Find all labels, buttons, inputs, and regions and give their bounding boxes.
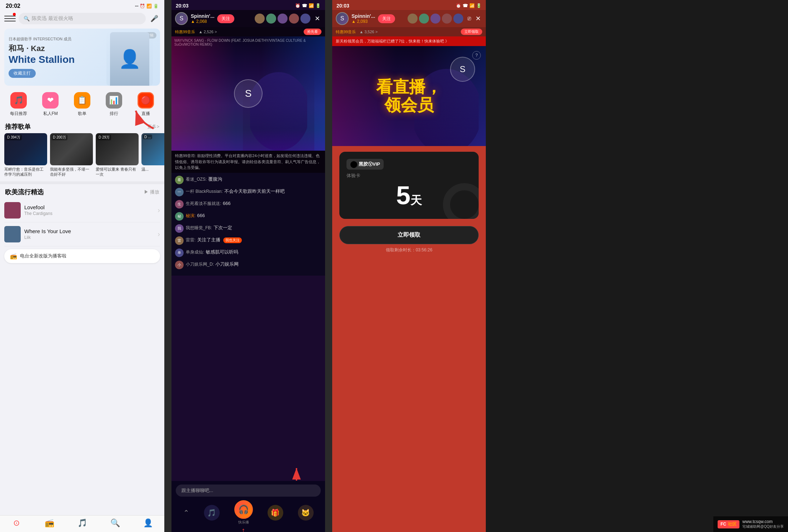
p3-follow-button[interactable]: 关注 [378, 14, 395, 23]
p3-cast-icon[interactable]: ⎚ [468, 15, 471, 22]
live-ctrl-arrow: ⌃ [183, 508, 189, 517]
battery-icon-3: 🔋 [476, 3, 482, 8]
vinyl-icon: ⬤ [350, 160, 357, 168]
chat-username-4: 我想睡觉_FB: [186, 225, 212, 230]
banner[interactable]: 日本超级歌手 INTERSECTION 成员 和马 · Kaz White St… [4, 29, 160, 86]
chat-text-4: 下次一定 [214, 225, 232, 230]
vip-days-number: 5 [396, 181, 410, 210]
top-gifts [255, 14, 310, 24]
qa-daily-recommend[interactable]: 🎵 每日推荐 [3, 92, 35, 117]
chat-text-3: 666 [197, 213, 205, 218]
vip-card-section: ⬤ 黑胶ⓋVIP 体验卡 5天 立即领取 领取剩余时长：03:56:26 [332, 146, 486, 259]
banner-btn[interactable]: 收藏主打 [9, 69, 36, 78]
signal-icon: ··· ⏰ [135, 4, 145, 9]
chat-avatar-4: 我 [175, 224, 184, 233]
chat-text-1: 不会今天歌跟昨天前天一样吧 [224, 189, 285, 194]
play-count-3: D ... [143, 135, 152, 139]
playlist-card-3[interactable]: D ... 温... [141, 133, 164, 177]
bn-music[interactable]: 🎵 [66, 518, 99, 528]
watermark-icon: 社区 [728, 522, 737, 527]
qa-playlist[interactable]: 📋 歌单 [66, 92, 98, 117]
close-button-3[interactable]: ✕ [474, 13, 482, 24]
red-arrow-2 [286, 463, 307, 486]
watermark-site: www.tcsqw.com 宅城辅助网@QQ好友分享 [742, 519, 784, 529]
menu-button[interactable] [4, 13, 16, 24]
song-item-0[interactable]: Lovefool The Cardigans › [4, 199, 160, 222]
song-info-1: Where Is Your Love Liik [24, 228, 154, 240]
qa-ranking-icon: 📊 [106, 92, 122, 109]
p3-info-bar: 特惠99音乐 ▲ 3,526 > 立即领取 [332, 27, 486, 36]
status-time-1: 20:02 [6, 3, 20, 9]
live-play-btn[interactable]: 抢先看 [304, 29, 321, 35]
chat-content-0: 看迷_OZS: 覆腹沟 [186, 176, 222, 182]
notif-text-2: 特惠99音符: 鼓励理性消费。平台对直播内容24小时巡查，如发现任何违法违规、色… [175, 154, 320, 170]
chat-input[interactable]: 跟主播聊聊吧... [176, 485, 321, 497]
song-title-0: Lovefool [24, 204, 154, 210]
chat-content-1: 一杆 BlackRussian: 不会今天歌跟昨天前天一样吧 [186, 188, 285, 195]
playlist-card-2[interactable]: D 29万 爱情可以重来 青春只有一次 [96, 133, 139, 177]
chat-content-2: 生死看淡不服就送: 666 [186, 200, 231, 207]
help-button[interactable]: ? [472, 51, 481, 60]
p3-continue-btn[interactable]: 立即领取 [461, 29, 482, 35]
play-count-0: D 394万 [6, 135, 22, 140]
follow-button[interactable]: 关注 [217, 14, 234, 23]
live-ctrl-gift[interactable]: 🎁 [268, 505, 283, 521]
wifi-icon: 📶 [146, 4, 152, 9]
countdown-text: 领取剩余时长：03:56:26 [339, 247, 479, 253]
status-icons-1: ··· ⏰ 📶 🔋 [135, 4, 159, 9]
streamer-name: Spinnin'... [191, 13, 214, 19]
bn-home[interactable]: ⊙ [0, 518, 33, 528]
bottom-nav-1: ⊙ 📻 🎵 🔍 👤 [0, 515, 164, 532]
chat-username-7: 小刀娱乐网_D: [186, 262, 214, 267]
chat-area: 看 看迷_OZS: 覆腹沟 一 一杆 BlackRussian: 不会今天歌跟昨… [171, 173, 325, 276]
bn-search[interactable]: 🔍 [99, 518, 131, 528]
p3-top-gifts [408, 14, 463, 24]
bn-profile[interactable]: 👤 [131, 518, 164, 528]
mic-button[interactable]: 🎤 [149, 13, 160, 24]
playlist-card-1[interactable]: D 200万 我能有多坚强，不堪一击好不好 [50, 133, 93, 177]
status-bar-1: 20:02 ··· ⏰ 📶 🔋 [0, 0, 164, 11]
playlist-card-0[interactable]: D 394万 耳畔疗愈：音乐是你工作学习的减压剂 [4, 133, 47, 177]
playlist-name-1: 我能有多坚强，不堪一击好不好 [50, 167, 93, 177]
bottom-toast[interactable]: 📻 电台全新改版为播客啦 [4, 249, 160, 263]
song-info-0: Lovefool The Cardigans [24, 204, 154, 216]
live-main-label: 快乐播 [238, 520, 249, 525]
live-ctrl-cat[interactable]: 🐱 [298, 505, 314, 521]
notification-badge [13, 13, 16, 16]
song-thumb-0 [4, 202, 21, 219]
p3-gift-4 [453, 14, 463, 24]
recommend-title: 推荐歌单 [5, 122, 31, 131]
claim-button[interactable]: 立即领取 [339, 226, 479, 244]
qa-private-fm[interactable]: ❤ 私人FM [35, 92, 66, 117]
song-item-1[interactable]: Where Is Your Love Liik › [4, 222, 160, 246]
vip-card-header: ⬤ 黑胶ⓋVIP [346, 159, 472, 170]
live-ctrl-music[interactable]: 🎵 [204, 505, 220, 521]
bn-radio[interactable]: 📻 [33, 518, 66, 528]
signal-icon-3: ☎ [463, 3, 468, 8]
status-icons-2: ⏰ ☎ 📶 🔋 [295, 3, 321, 8]
p3-gift-2 [430, 14, 440, 24]
chat-username-5: 雷雷: [186, 237, 195, 242]
watermark-logo: FC 社区 [718, 520, 739, 528]
chat-username-0: 看迷_OZS: [186, 177, 207, 182]
close-button-2[interactable]: ✕ [313, 13, 321, 24]
chat-msg-5: 雷 雷雷: 关注了主播 我也关注 [175, 236, 321, 245]
live-video-content: WAYV/NCK SANG - FLOW DOWN (FEAT. JOSUA D… [171, 36, 325, 151]
song-more-icon-1[interactable]: › [158, 230, 160, 238]
song-list: Lovefool The Cardigans › Where Is Your L… [0, 199, 164, 246]
qa-ranking[interactable]: 📊 排行 [98, 92, 130, 117]
search-placeholder: 陈奕迅 最近很火咯 [32, 15, 73, 22]
p3-cloud-count: ▲ 3,526 > [359, 30, 378, 34]
live-ctrl-main[interactable]: 🎧 快乐播 ↑ [234, 500, 253, 525]
music-icon: 🎵 [78, 518, 87, 528]
playlist-thumb-2: D 29万 [96, 133, 139, 165]
search-input[interactable]: 🔍 陈奕迅 最近很火咯 [19, 13, 146, 24]
gift-avatar-1 [266, 14, 276, 24]
playlist-row: D 394万 耳畔疗愈：音乐是你工作学习的减压剂 D 200万 我能有多坚强，不… [0, 133, 164, 181]
qa-fm-icon: ❤ [42, 92, 59, 109]
chat-avatar-2: 生 [175, 200, 184, 209]
europop-play[interactable]: ▶ 播放 [144, 189, 159, 195]
song-more-icon-0[interactable]: › [158, 206, 160, 214]
chat-msg-2: 生 生死看淡不服就送: 666 [175, 200, 321, 209]
watermark-subtext: 宅城辅助网@QQ好友分享 [742, 524, 784, 529]
